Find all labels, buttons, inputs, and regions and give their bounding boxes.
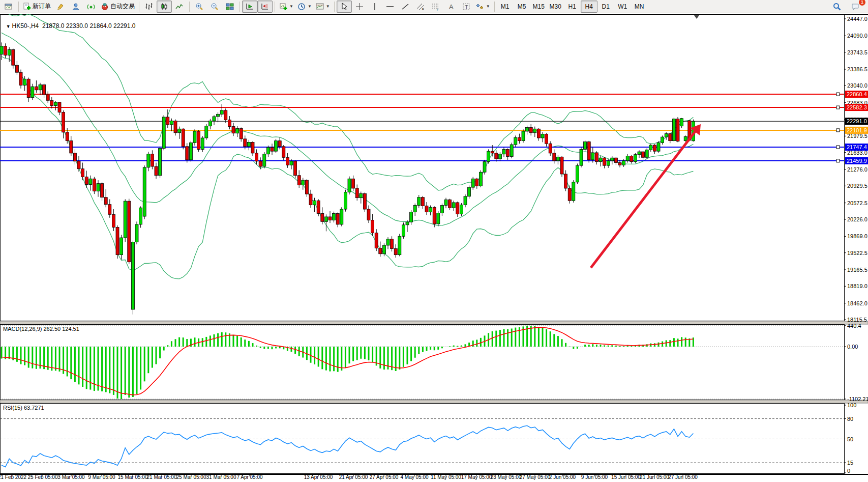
chart-shift-marker bbox=[694, 15, 699, 19]
search-button[interactable] bbox=[829, 1, 845, 13]
chart-shift-button[interactable] bbox=[257, 1, 273, 13]
candle-body bbox=[676, 119, 679, 141]
bars-button[interactable] bbox=[141, 1, 157, 13]
candle bbox=[205, 124, 208, 140]
pane-splitter-rsi[interactable] bbox=[0, 400, 868, 403]
crosshair-button[interactable] bbox=[352, 1, 367, 13]
autotrading-button[interactable]: 自动交易 bbox=[99, 1, 137, 13]
candle-body bbox=[208, 121, 212, 126]
line-handle[interactable] bbox=[836, 106, 840, 109]
candle bbox=[232, 123, 235, 136]
horizontal-line-21747.4[interactable] bbox=[0, 146, 844, 149]
tf-mn[interactable]: MN bbox=[631, 1, 648, 13]
candle bbox=[124, 199, 127, 242]
candle-body bbox=[224, 110, 227, 120]
trend-arrow[interactable] bbox=[591, 124, 701, 268]
line-handle[interactable] bbox=[836, 146, 840, 149]
tf-m5[interactable]: M5 bbox=[514, 1, 530, 13]
candle-body bbox=[85, 177, 88, 185]
main-pane-border bbox=[1, 15, 845, 321]
bollinger-band-m bbox=[2, 33, 693, 225]
templates-button[interactable]: ▼ bbox=[314, 1, 332, 13]
community-button[interactable] bbox=[68, 1, 83, 13]
tf-m15[interactable]: M15 bbox=[530, 1, 547, 13]
candles-button[interactable] bbox=[157, 1, 172, 13]
line-chart-button[interactable] bbox=[172, 1, 187, 13]
candle-body bbox=[297, 176, 301, 185]
line-handle[interactable] bbox=[836, 93, 840, 96]
zoomout-icon bbox=[211, 3, 219, 11]
fibonacci-button[interactable]: F bbox=[428, 1, 443, 13]
tile-windows-button[interactable] bbox=[222, 1, 237, 13]
candle-body bbox=[139, 208, 142, 224]
tf-h1[interactable]: H1 bbox=[564, 1, 581, 13]
candle bbox=[587, 141, 590, 163]
pane-splitter-macd[interactable] bbox=[0, 321, 868, 324]
horizontal-line-21459.9[interactable] bbox=[0, 159, 844, 162]
candle bbox=[522, 129, 525, 143]
chart-window-button[interactable] bbox=[1, 1, 16, 13]
new-order-button[interactable]: 新订单 bbox=[21, 1, 53, 13]
candle-body bbox=[228, 120, 231, 127]
tf-w1[interactable]: W1 bbox=[614, 1, 631, 13]
date-axis-label: 9 Jun 05:00 bbox=[581, 474, 608, 480]
candle-body bbox=[437, 213, 440, 223]
signals-button[interactable] bbox=[83, 1, 99, 13]
candle bbox=[62, 110, 65, 138]
candle bbox=[607, 159, 610, 168]
label-button[interactable]: T bbox=[459, 1, 474, 13]
candle bbox=[340, 207, 343, 226]
candle bbox=[93, 177, 96, 194]
tf-d1[interactable]: D1 bbox=[597, 1, 614, 13]
rsi-axis-label: 80 bbox=[847, 416, 853, 422]
chart-canvas[interactable]: 24447.024090.023743.523386.523040.022683… bbox=[0, 13, 868, 482]
candle-body bbox=[8, 49, 11, 55]
horizontal-line-22582.3[interactable] bbox=[0, 106, 844, 109]
chat-button[interactable]: 1 bbox=[848, 1, 863, 13]
candle bbox=[518, 134, 521, 144]
text-button[interactable]: A bbox=[443, 1, 459, 13]
new-chart-button[interactable]: ▼ bbox=[277, 1, 295, 13]
zoom-in-button[interactable] bbox=[192, 1, 207, 13]
bollinger-band-u bbox=[2, 13, 693, 190]
vline-button[interactable] bbox=[367, 1, 382, 13]
chevron-down-icon[interactable]: ▼ bbox=[6, 24, 11, 29]
styler-button[interactable] bbox=[53, 1, 68, 13]
line-handle[interactable] bbox=[836, 129, 840, 132]
tf-m30[interactable]: M30 bbox=[547, 1, 564, 13]
candle-body bbox=[77, 161, 80, 169]
candle-body bbox=[382, 245, 385, 254]
trendline-button[interactable] bbox=[398, 1, 413, 13]
periods-button[interactable]: ▼ bbox=[295, 1, 314, 13]
horizontal-line-22101.9[interactable] bbox=[0, 129, 844, 132]
line-handle[interactable] bbox=[836, 159, 840, 162]
tf-m30-label: M30 bbox=[550, 3, 561, 10]
price-axis-label: 23040.0 bbox=[847, 82, 867, 89]
candle bbox=[108, 199, 111, 217]
gold-icon bbox=[56, 3, 65, 11]
candle bbox=[313, 198, 316, 212]
tf-m1[interactable]: M1 bbox=[497, 1, 514, 13]
channel-button[interactable]: E bbox=[413, 1, 428, 13]
chat-icon bbox=[851, 3, 859, 11]
candle bbox=[201, 136, 204, 152]
hline-button[interactable] bbox=[382, 1, 398, 13]
tf-h4[interactable]: H4 bbox=[581, 1, 597, 13]
candle-body bbox=[124, 201, 127, 238]
candle-body bbox=[344, 192, 347, 209]
candle-body bbox=[247, 142, 250, 146]
candle bbox=[81, 163, 84, 181]
price-axis-label: 19869.0 bbox=[847, 233, 867, 239]
candle-body bbox=[371, 220, 374, 233]
date-axis-label: 7 Apr 05:00 bbox=[236, 474, 263, 480]
candle bbox=[672, 118, 675, 142]
cursor-button[interactable] bbox=[337, 1, 352, 13]
auto-scroll-button[interactable] bbox=[242, 1, 257, 13]
arrows-button[interactable]: ▼ bbox=[474, 1, 492, 13]
candle-body bbox=[58, 102, 61, 112]
date-axis-label: 31 Mar 05:00 bbox=[206, 474, 236, 480]
candle bbox=[402, 222, 405, 239]
zoom-out-button[interactable] bbox=[207, 1, 222, 13]
tf-d1-label: D1 bbox=[602, 3, 610, 10]
candle bbox=[228, 116, 231, 129]
